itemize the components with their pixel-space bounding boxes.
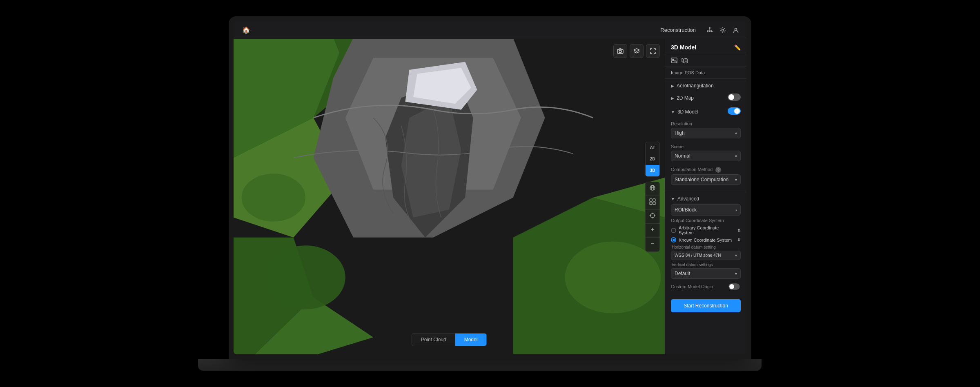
main-content: AT 2D 3D	[234, 39, 746, 354]
horizontal-datum-label: Horizontal datum setting	[671, 245, 741, 249]
svg-rect-3	[711, 31, 713, 32]
scene-section: Scene Normal ▾	[665, 142, 746, 165]
horizontal-datum-value: WGS 84 / UTM zone 47N	[675, 253, 721, 258]
svg-rect-37	[653, 202, 655, 205]
advanced-header[interactable]: ▼ Advanced	[671, 194, 741, 204]
user-icon[interactable]	[732, 26, 740, 34]
panel-header: 3D Model ✏️	[665, 39, 746, 54]
map-icon-btn[interactable]	[682, 58, 688, 63]
known-radio-icon	[671, 237, 676, 242]
roi-block-row[interactable]: ROI/Block ›	[671, 204, 741, 216]
laptop-body: 🏠 Reconstruction	[229, 16, 751, 359]
svg-point-30	[619, 50, 621, 53]
laptop-wrapper: 🏠 Reconstruction	[192, 10, 788, 377]
resolution-dropdown[interactable]: High ▾	[671, 128, 741, 138]
svg-point-28	[565, 242, 661, 314]
at-view-btn[interactable]: AT	[646, 142, 659, 153]
top-bar-right: Reconstruction	[660, 26, 740, 34]
aerotriangulation-row[interactable]: ▶ Aerotriangulation	[665, 80, 746, 91]
laptop-base	[198, 359, 762, 371]
home-button[interactable]: 🏠	[240, 24, 252, 36]
2d-map-row[interactable]: ▶ 2D Map	[665, 91, 746, 105]
computation-value: Standalone Computation	[675, 177, 728, 182]
arbitrary-radio-option[interactable]: Arbitrary Coordinate System ⬆	[671, 225, 741, 235]
model-tab[interactable]: Model	[455, 334, 487, 346]
zoom-in-btn[interactable]	[646, 224, 659, 238]
vertical-datum-dropdown[interactable]: Default ▾	[671, 268, 741, 279]
h-datum-arrow-icon: ▾	[735, 253, 737, 258]
svg-point-27	[265, 245, 345, 309]
layers-button[interactable]	[630, 44, 644, 58]
3d-model-toggle[interactable]	[728, 107, 741, 116]
cursor-tool[interactable]	[646, 210, 659, 224]
2d-view-btn[interactable]: 2D	[646, 153, 659, 165]
svg-rect-35	[653, 199, 655, 201]
panel-title: 3D Model	[671, 44, 696, 51]
custom-model-row: Custom Model Origin	[671, 281, 741, 292]
svg-rect-0	[709, 27, 710, 29]
zoom-out-btn[interactable]	[646, 238, 659, 251]
computation-section: Computation Method ? Standalone Computat…	[665, 165, 746, 188]
custom-model-toggle[interactable]	[728, 283, 739, 289]
resolution-label: Resolution	[671, 121, 741, 126]
roi-chevron-icon: ›	[735, 207, 737, 212]
hierarchy-icon[interactable]	[706, 26, 714, 34]
divider-1	[665, 78, 746, 79]
2d-map-toggle[interactable]	[728, 93, 741, 102]
advanced-section: ▼ Advanced ROI/Block › Output Coordinate…	[665, 192, 746, 295]
svg-point-26	[242, 173, 305, 221]
globe-tool[interactable]	[646, 182, 659, 196]
3d-view-btn[interactable]: 3D	[646, 165, 659, 176]
computation-label: Computation Method ?	[671, 167, 741, 173]
viewport[interactable]: AT 2D 3D	[234, 39, 665, 354]
divider-2	[665, 190, 746, 190]
camera-button[interactable]	[613, 44, 627, 58]
bottom-tabs: Point Cloud Model	[412, 333, 487, 346]
3d-model-row[interactable]: ▼ 3D Model	[665, 105, 746, 119]
viewport-side-controls: AT 2D 3D	[645, 142, 660, 252]
advanced-chevron-icon: ▼	[671, 197, 675, 201]
image-pos-label: Image POS Data	[665, 67, 746, 77]
scene-arrow-icon: ▾	[735, 154, 737, 158]
grid-tool[interactable]	[646, 196, 659, 210]
right-panel: 3D Model ✏️	[665, 39, 746, 354]
aerotriangulation-label: Aerotriangulation	[677, 83, 741, 89]
top-bar: 🏠 Reconstruction	[234, 21, 746, 39]
svg-rect-2	[709, 31, 710, 32]
coord-icon-1[interactable]: ⬆	[737, 228, 741, 233]
image-icon-btn[interactable]	[671, 58, 677, 63]
resolution-value: High	[675, 130, 685, 136]
scene-dropdown[interactable]: Normal ▾	[671, 151, 741, 161]
chevron-3d-icon: ▼	[671, 110, 675, 114]
known-radio-option[interactable]: Known Coordinate System ⬇	[671, 237, 741, 242]
coord-icon-2[interactable]: ⬇	[737, 237, 741, 242]
computation-dropdown[interactable]: Standalone Computation ▾	[671, 174, 741, 185]
horizontal-datum-dropdown[interactable]: WGS 84 / UTM zone 47N ▾	[671, 251, 741, 260]
start-reconstruction-button[interactable]: Start Reconstruction	[671, 299, 741, 312]
chevron-2d-icon: ▶	[671, 96, 674, 100]
settings-icon[interactable]	[719, 26, 727, 34]
vertical-datum-label: Vertical datum settings	[671, 262, 741, 267]
aerial-map	[234, 39, 665, 354]
help-icon[interactable]: ?	[715, 167, 721, 173]
expand-button[interactable]	[646, 44, 660, 58]
laptop-screen: 🏠 Reconstruction	[234, 21, 746, 354]
tool-group	[645, 182, 660, 252]
view-mode-group: AT 2D 3D	[645, 142, 660, 177]
point-cloud-tab[interactable]: Point Cloud	[412, 334, 455, 346]
output-coord-label: Output Coordinate System	[671, 218, 741, 223]
scene-value: Normal	[675, 153, 690, 159]
svg-rect-1	[707, 31, 708, 32]
custom-model-label: Custom Model Origin	[671, 284, 728, 289]
svg-point-9	[722, 29, 724, 31]
page-title: Reconstruction	[660, 27, 696, 33]
svg-rect-34	[650, 199, 652, 201]
viewport-top-controls	[613, 44, 660, 58]
edit-icon[interactable]: ✏️	[734, 44, 741, 51]
arbitrary-radio-icon	[671, 228, 676, 233]
svg-marker-48	[682, 58, 688, 62]
svg-rect-36	[650, 202, 652, 205]
3d-model-label: 3D Model	[677, 109, 728, 115]
scene-label: Scene	[671, 144, 741, 149]
v-datum-arrow-icon: ▾	[735, 271, 737, 276]
